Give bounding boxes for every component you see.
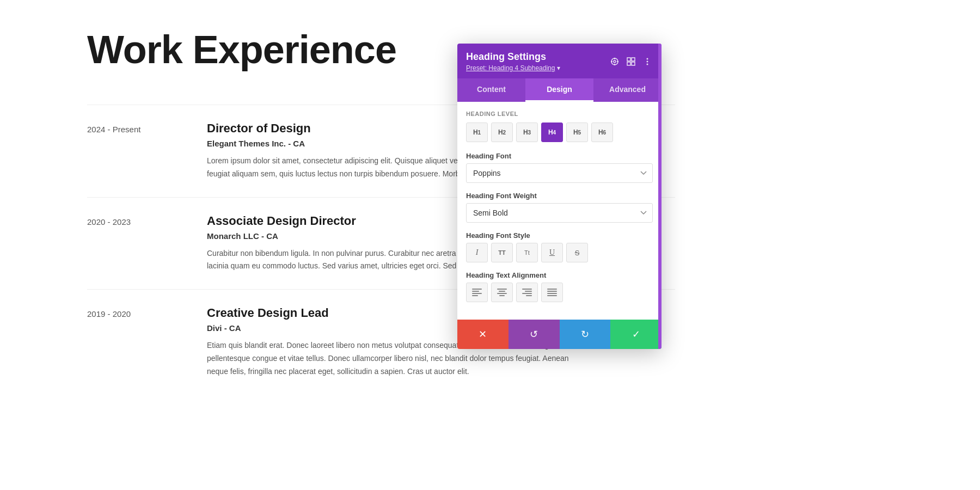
heading-level-row: H1 H2 H3 H4 H5 H6 — [466, 122, 653, 142]
svg-rect-9 — [632, 62, 635, 65]
heading-font-label: Heading Font — [466, 152, 653, 160]
panel-scrollbar[interactable] — [658, 44, 661, 349]
panel-header-left: Heading Settings Preset: Heading 4 Subhe… — [466, 51, 560, 72]
svg-point-10 — [647, 58, 648, 60]
svg-rect-6 — [627, 58, 630, 61]
svg-rect-7 — [632, 58, 635, 61]
panel-actions: ✕ ↺ ↻ ✓ — [457, 320, 661, 349]
heading-level-h3[interactable]: H3 — [516, 122, 538, 142]
redo-button[interactable]: ↻ — [560, 320, 611, 349]
more-options-icon[interactable] — [642, 56, 653, 67]
style-btn-bold[interactable]: TT — [491, 243, 513, 262]
heading-level-group: Heading Level H1 H2 H3 H4 H5 H6 — [466, 111, 653, 142]
heading-text-alignment-label: Heading Text Alignment — [466, 271, 653, 279]
svg-point-12 — [647, 64, 648, 65]
style-btn-strikethrough[interactable]: S — [566, 243, 588, 262]
tab-advanced[interactable]: Advanced — [593, 78, 661, 102]
heading-level-label: Heading Level — [466, 111, 653, 117]
style-btn-uppercase[interactable]: Tt — [516, 243, 538, 262]
svg-point-11 — [647, 61, 648, 63]
heading-level-h5[interactable]: H5 — [566, 122, 588, 142]
heading-font-style-label: Heading Font Style — [466, 231, 653, 240]
svg-rect-8 — [627, 62, 630, 65]
align-btn-right[interactable] — [516, 283, 538, 302]
align-btn-left[interactable] — [466, 283, 488, 302]
heading-font-weight-group: Heading Font Weight Semi Bold — [466, 192, 653, 223]
confirm-icon: ✓ — [632, 328, 640, 340]
cancel-icon: ✕ — [479, 328, 487, 340]
undo-button[interactable]: ↺ — [509, 320, 560, 349]
panel-tabs: Content Design Advanced — [457, 78, 661, 102]
style-btn-italic[interactable]: I — [466, 243, 488, 262]
align-btn-justify[interactable] — [541, 283, 563, 302]
work-year: 2019 - 2020 — [87, 306, 207, 318]
panel-body: Heading Level H1 H2 H3 H4 H5 H6 Heading … — [457, 102, 661, 320]
panel-preset-text[interactable]: Preset: Heading 4 Subheading — [466, 64, 555, 72]
redo-icon: ↻ — [581, 328, 589, 340]
undo-icon: ↺ — [530, 328, 538, 340]
heading-font-style-group: Heading Font Style I TT Tt U S — [466, 231, 653, 262]
heading-settings-panel: Heading Settings Preset: Heading 4 Subhe… — [457, 44, 661, 349]
work-year: 2024 - Present — [87, 121, 207, 134]
heading-level-h6[interactable]: H6 — [591, 122, 613, 142]
target-icon[interactable] — [609, 56, 620, 67]
panel-preset: Preset: Heading 4 Subheading ▾ — [466, 64, 560, 72]
heading-font-weight-label: Heading Font Weight — [466, 192, 653, 200]
align-btn-center[interactable] — [491, 283, 513, 302]
cancel-button[interactable]: ✕ — [457, 320, 509, 349]
heading-level-h4[interactable]: H4 — [541, 122, 563, 142]
heading-font-select[interactable]: Poppins — [466, 163, 653, 183]
heading-level-h2[interactable]: H2 — [491, 122, 513, 142]
align-buttons-row — [466, 283, 653, 302]
heading-font-weight-select[interactable]: Semi Bold — [466, 203, 653, 223]
grid-icon[interactable] — [626, 56, 636, 67]
work-year: 2020 - 2023 — [87, 214, 207, 226]
tab-content[interactable]: Content — [457, 78, 525, 102]
panel-header: Heading Settings Preset: Heading 4 Subhe… — [457, 44, 661, 78]
panel-title: Heading Settings — [466, 51, 560, 63]
style-buttons-row: I TT Tt U S — [466, 243, 653, 262]
heading-text-alignment-group: Heading Text Alignment — [466, 271, 653, 302]
heading-font-group: Heading Font Poppins — [466, 152, 653, 183]
tab-design[interactable]: Design — [525, 78, 593, 102]
heading-level-h1[interactable]: H1 — [466, 122, 488, 142]
confirm-button[interactable]: ✓ — [610, 320, 661, 349]
style-btn-underline[interactable]: U — [541, 243, 563, 262]
svg-point-1 — [614, 60, 616, 63]
panel-header-actions — [609, 56, 653, 67]
